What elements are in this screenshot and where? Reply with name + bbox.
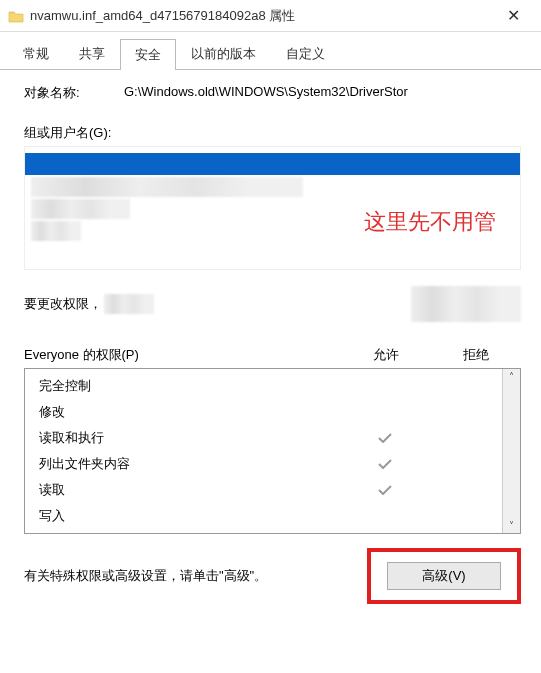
scroll-up-icon[interactable]: ˄	[509, 369, 514, 384]
annotation-text: 这里先不用管	[364, 207, 496, 237]
advanced-row: 有关特殊权限或高级设置，请单击"高级"。 高级(V)	[24, 548, 521, 604]
edit-button-redacted[interactable]	[411, 286, 521, 322]
perm-name: 列出文件夹内容	[39, 455, 340, 473]
tab-general[interactable]: 常规	[8, 38, 64, 69]
object-row: 对象名称: G:\Windows.old\WINDOWS\System32\Dr…	[24, 84, 521, 102]
folder-icon	[8, 9, 24, 23]
perm-name: 读取和执行	[39, 429, 340, 447]
perm-name: 读取	[39, 481, 340, 499]
list-item[interactable]	[31, 177, 303, 197]
list-item[interactable]	[31, 221, 81, 241]
perm-allow	[340, 455, 430, 473]
perm-row-write: 写入	[39, 503, 520, 529]
tab-security[interactable]: 安全	[120, 39, 176, 70]
tab-custom[interactable]: 自定义	[271, 38, 340, 69]
tab-share[interactable]: 共享	[64, 38, 120, 69]
perm-row-read-execute: 读取和执行	[39, 425, 520, 451]
perm-row-read: 读取	[39, 477, 520, 503]
perm-row-list-contents: 列出文件夹内容	[39, 451, 520, 477]
list-item-selected[interactable]	[25, 153, 520, 175]
tab-previous[interactable]: 以前的版本	[176, 38, 271, 69]
change-permissions-row: 要更改权限，	[24, 286, 521, 322]
groups-label: 组或用户名(G):	[24, 124, 521, 142]
permissions-header-name: Everyone 的权限(P)	[24, 346, 341, 364]
object-value: G:\Windows.old\WINDOWS\System32\DriverSt…	[124, 84, 521, 102]
perm-name: 写入	[39, 507, 340, 525]
tab-content: 对象名称: G:\Windows.old\WINDOWS\System32\Dr…	[0, 70, 541, 622]
titlebar: nvamwu.inf_amd64_d4715679184092a8 属性 ✕	[0, 0, 541, 32]
perm-name: 修改	[39, 403, 340, 421]
scroll-down-icon[interactable]: ˅	[509, 518, 514, 533]
perm-row-full-control: 完全控制	[39, 373, 520, 399]
permissions-listbox: 完全控制 修改 读取和执行 列出文件夹内容 读取	[24, 368, 521, 534]
advanced-button[interactable]: 高级(V)	[387, 562, 501, 590]
scrollbar[interactable]: ˄ ˅	[502, 369, 520, 533]
advanced-highlight: 高级(V)	[367, 548, 521, 604]
redacted-text	[104, 294, 154, 314]
object-label: 对象名称:	[24, 84, 124, 102]
change-permissions-text: 要更改权限，	[24, 295, 102, 313]
groups-listbox[interactable]: 这里先不用管	[24, 146, 521, 270]
perm-allow	[340, 429, 430, 447]
close-button[interactable]: ✕	[493, 6, 533, 25]
perm-name: 完全控制	[39, 377, 340, 395]
permissions-header: Everyone 的权限(P) 允许 拒绝	[24, 346, 521, 364]
permissions-header-deny: 拒绝	[431, 346, 521, 364]
window-title: nvamwu.inf_amd64_d4715679184092a8 属性	[30, 7, 493, 25]
permissions-header-allow: 允许	[341, 346, 431, 364]
perm-row-modify: 修改	[39, 399, 520, 425]
list-item[interactable]	[31, 199, 130, 219]
tabstrip: 常规 共享 安全 以前的版本 自定义	[0, 32, 541, 69]
perm-allow	[340, 481, 430, 499]
advanced-text: 有关特殊权限或高级设置，请单击"高级"。	[24, 567, 367, 585]
